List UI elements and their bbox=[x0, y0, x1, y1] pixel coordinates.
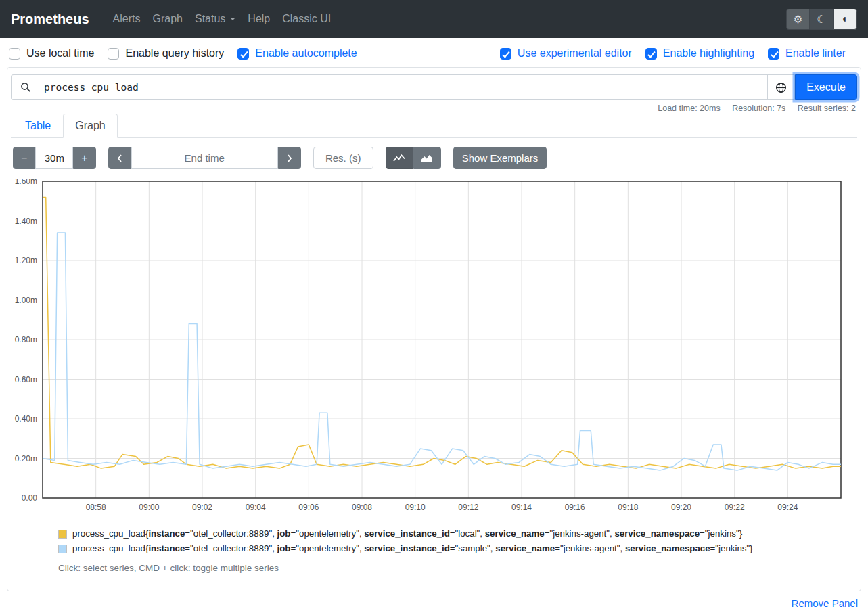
nav-item-graph[interactable]: Graph bbox=[147, 7, 189, 30]
chevron-left-icon bbox=[116, 154, 123, 163]
svg-text:09:10: 09:10 bbox=[405, 503, 426, 512]
time-back-button[interactable] bbox=[108, 147, 131, 169]
metrics-explorer-button[interactable] bbox=[767, 74, 795, 100]
nav-item-alerts[interactable]: Alerts bbox=[107, 7, 147, 30]
brand-prometheus[interactable]: Prometheus bbox=[11, 12, 89, 27]
line-chart-button[interactable] bbox=[386, 147, 413, 169]
checkbox-use-experimental-editor[interactable]: Use experimental editor bbox=[500, 47, 632, 60]
moon-icon: ☾ bbox=[817, 13, 826, 26]
checkbox-enable-query-history[interactable]: Enable query history bbox=[108, 47, 224, 60]
chart-type-group bbox=[386, 147, 441, 169]
svg-text:09:16: 09:16 bbox=[565, 503, 585, 512]
load-time: Load time: 20ms bbox=[658, 104, 720, 113]
time-forward-button[interactable] bbox=[278, 147, 301, 169]
svg-text:0.20m: 0.20m bbox=[15, 454, 37, 463]
checkbox-box bbox=[237, 48, 249, 60]
resolution-input[interactable] bbox=[313, 147, 373, 169]
query-panel: Execute Load time: 20ms Resolution: 7s R… bbox=[7, 67, 861, 591]
stacked-chart-button[interactable] bbox=[413, 147, 441, 169]
checkbox-label: Enable query history bbox=[125, 47, 224, 60]
svg-text:0.00: 0.00 bbox=[22, 493, 38, 503]
svg-text:09:18: 09:18 bbox=[618, 503, 638, 512]
nav-item-classic-ui[interactable]: Classic UI bbox=[276, 7, 337, 30]
nav-item-help[interactable]: Help bbox=[242, 7, 276, 30]
svg-text:09:04: 09:04 bbox=[246, 503, 266, 512]
result-series: Result series: 2 bbox=[798, 104, 856, 113]
svg-text:09:20: 09:20 bbox=[671, 503, 691, 512]
range-input[interactable] bbox=[35, 147, 73, 169]
graph-area: 08:5809:0009:0209:0409:0609:0809:1009:12… bbox=[11, 179, 857, 519]
legend-series-label: process_cpu_load{instance="otel_collecto… bbox=[72, 543, 753, 553]
checkbox-box bbox=[645, 48, 657, 60]
legend-hint: Click: select series, CMD + click: toggl… bbox=[58, 563, 857, 573]
remove-panel-row: Remove Panel bbox=[0, 597, 858, 610]
range-group: − + bbox=[13, 147, 96, 169]
auto-theme-button[interactable]: ◐ bbox=[833, 9, 857, 30]
checkbox-label: Enable linter bbox=[785, 47, 846, 60]
checkbox-label: Enable highlighting bbox=[663, 47, 754, 60]
svg-text:09:24: 09:24 bbox=[777, 503, 798, 512]
checkbox-label: Use local time bbox=[26, 47, 94, 60]
legend-swatch bbox=[58, 530, 67, 539]
search-icon bbox=[20, 82, 31, 93]
resolution: Resolution: 7s bbox=[732, 104, 785, 113]
checkbox-use-local-time[interactable]: Use local time bbox=[9, 47, 94, 60]
settings-button[interactable]: ⚙ bbox=[786, 9, 810, 30]
svg-text:1.00m: 1.00m bbox=[15, 296, 37, 305]
end-time-group bbox=[108, 147, 301, 169]
checkbox-label: Enable autocomplete bbox=[255, 47, 357, 60]
svg-text:1.40m: 1.40m bbox=[15, 217, 37, 226]
query-row: Execute bbox=[11, 74, 857, 100]
checkbox-box bbox=[768, 48, 779, 60]
options-row: Use local time Enable query history Enab… bbox=[0, 38, 868, 67]
chevron-right-icon bbox=[286, 154, 293, 163]
svg-text:09:02: 09:02 bbox=[192, 503, 212, 512]
stacked-area-icon bbox=[421, 154, 433, 163]
svg-text:09:00: 09:00 bbox=[139, 503, 159, 512]
resolution-group bbox=[313, 147, 373, 169]
theme-button-group: ⚙ ☾ ◐ bbox=[786, 9, 857, 30]
line-chart-icon bbox=[393, 154, 405, 163]
expression-input[interactable] bbox=[40, 74, 767, 100]
tab-table[interactable]: Table bbox=[13, 114, 63, 138]
range-increase-button[interactable]: + bbox=[73, 147, 95, 169]
search-addon bbox=[11, 74, 40, 100]
range-decrease-button[interactable]: − bbox=[13, 147, 35, 169]
checkbox-box bbox=[108, 48, 119, 60]
show-exemplars-button[interactable]: Show Exemplars bbox=[453, 147, 547, 169]
svg-text:0.80m: 0.80m bbox=[15, 335, 37, 344]
svg-text:09:22: 09:22 bbox=[725, 503, 745, 512]
legend-item[interactable]: process_cpu_load{instance="otel_collecto… bbox=[58, 528, 857, 539]
legend-item[interactable]: process_cpu_load{instance="otel_collecto… bbox=[58, 543, 857, 553]
graph-controls: − + bbox=[13, 147, 857, 169]
gear-icon: ⚙ bbox=[793, 13, 802, 26]
checkbox-box bbox=[500, 48, 511, 60]
svg-text:08:58: 08:58 bbox=[86, 503, 106, 512]
legend-swatch bbox=[58, 545, 67, 553]
execute-button[interactable]: Execute bbox=[795, 74, 857, 100]
svg-text:1.20m: 1.20m bbox=[15, 256, 37, 265]
svg-text:1.60m: 1.60m bbox=[15, 179, 37, 186]
checkbox-label: Use experimental editor bbox=[518, 47, 632, 60]
remove-panel-link[interactable]: Remove Panel bbox=[792, 597, 858, 609]
checkbox-enable-autocomplete[interactable]: Enable autocomplete bbox=[237, 47, 357, 60]
checkbox-box bbox=[9, 48, 20, 60]
legend-series-label: process_cpu_load{instance="otel_collecto… bbox=[72, 528, 742, 539]
checkbox-enable-linter[interactable]: Enable linter bbox=[768, 47, 846, 60]
dark-theme-button[interactable]: ☾ bbox=[810, 9, 833, 30]
nav-item-status[interactable]: Status bbox=[189, 7, 242, 30]
svg-text:0.60m: 0.60m bbox=[15, 375, 37, 384]
contrast-icon: ◐ bbox=[842, 13, 849, 25]
end-time-input[interactable] bbox=[131, 147, 278, 169]
chevron-down-icon bbox=[230, 18, 235, 20]
globe-icon bbox=[775, 82, 787, 93]
checkbox-enable-highlighting[interactable]: Enable highlighting bbox=[645, 47, 754, 60]
exemplars-group: Show Exemplars bbox=[453, 147, 547, 169]
svg-text:09:08: 09:08 bbox=[352, 503, 372, 512]
graph-canvas[interactable]: 08:5809:0009:0209:0409:0609:0809:1009:12… bbox=[11, 179, 857, 519]
svg-text:09:14: 09:14 bbox=[511, 503, 532, 512]
tab-graph[interactable]: Graph bbox=[63, 114, 117, 138]
navbar: Prometheus Alerts Graph Status Help Clas… bbox=[0, 0, 868, 38]
svg-text:0.40m: 0.40m bbox=[15, 414, 37, 424]
tab-bar: Table Graph bbox=[11, 114, 857, 138]
